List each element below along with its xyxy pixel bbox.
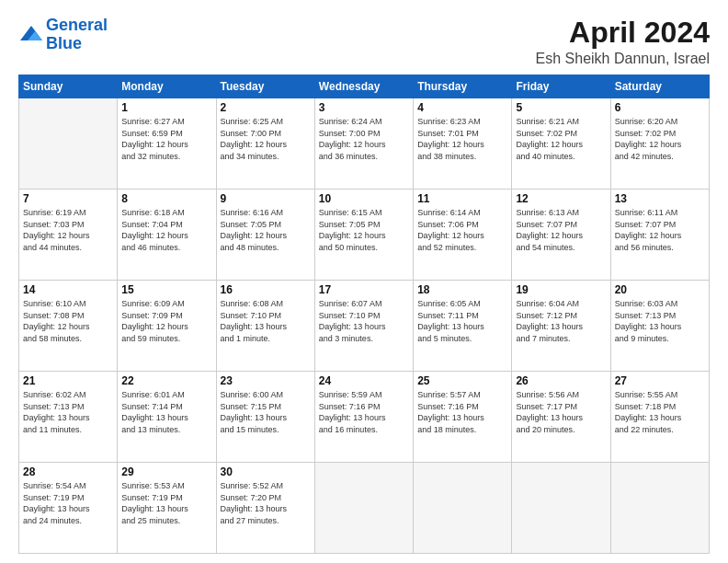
calendar-cell: 8Sunrise: 6:18 AM Sunset: 7:04 PM Daylig… xyxy=(118,190,216,281)
day-number: 11 xyxy=(417,192,507,205)
day-number: 24 xyxy=(319,374,409,387)
calendar-cell: 21Sunrise: 6:02 AM Sunset: 7:13 PM Dayli… xyxy=(19,372,118,463)
calendar-cell: 22Sunrise: 6:01 AM Sunset: 7:14 PM Dayli… xyxy=(118,372,216,463)
day-number: 23 xyxy=(221,374,311,387)
day-number: 15 xyxy=(121,283,211,296)
day-info: Sunrise: 6:00 AM Sunset: 7:15 PM Dayligh… xyxy=(221,389,311,435)
calendar-cell xyxy=(314,463,413,554)
day-info: Sunrise: 6:11 AM Sunset: 7:07 PM Dayligh… xyxy=(615,207,705,253)
page: General Blue April 2024 Esh Sheikh Dannu… xyxy=(0,0,728,563)
day-number: 19 xyxy=(516,283,606,296)
day-info: Sunrise: 6:25 AM Sunset: 7:00 PM Dayligh… xyxy=(221,116,311,162)
day-number: 6 xyxy=(615,101,705,114)
day-info: Sunrise: 6:13 AM Sunset: 7:07 PM Dayligh… xyxy=(516,207,606,253)
day-number: 17 xyxy=(319,283,409,296)
calendar-cell: 6Sunrise: 6:20 AM Sunset: 7:02 PM Daylig… xyxy=(610,98,709,190)
day-number: 30 xyxy=(221,465,311,478)
day-info: Sunrise: 6:01 AM Sunset: 7:14 PM Dayligh… xyxy=(121,389,211,435)
calendar-cell: 27Sunrise: 5:55 AM Sunset: 7:18 PM Dayli… xyxy=(610,372,709,463)
col-header-saturday: Saturday xyxy=(610,75,709,98)
calendar-cell xyxy=(19,98,118,190)
calendar-week-3: 21Sunrise: 6:02 AM Sunset: 7:13 PM Dayli… xyxy=(19,372,710,463)
day-number: 5 xyxy=(516,101,606,114)
calendar-week-1: 7Sunrise: 6:19 AM Sunset: 7:03 PM Daylig… xyxy=(19,190,710,281)
day-info: Sunrise: 5:55 AM Sunset: 7:18 PM Dayligh… xyxy=(615,389,705,435)
calendar-cell: 24Sunrise: 5:59 AM Sunset: 7:16 PM Dayli… xyxy=(314,372,413,463)
day-number: 16 xyxy=(221,283,311,296)
day-number: 10 xyxy=(319,192,409,205)
calendar-cell: 13Sunrise: 6:11 AM Sunset: 7:07 PM Dayli… xyxy=(610,190,709,281)
day-info: Sunrise: 5:53 AM Sunset: 7:19 PM Dayligh… xyxy=(121,480,211,526)
day-number: 13 xyxy=(615,192,705,205)
header: General Blue April 2024 Esh Sheikh Dannu… xyxy=(18,17,710,67)
day-number: 22 xyxy=(121,374,211,387)
calendar-cell: 2Sunrise: 6:25 AM Sunset: 7:00 PM Daylig… xyxy=(216,98,314,190)
logo-text: General Blue xyxy=(46,17,108,53)
day-info: Sunrise: 6:03 AM Sunset: 7:13 PM Dayligh… xyxy=(615,298,705,344)
calendar-cell: 23Sunrise: 6:00 AM Sunset: 7:15 PM Dayli… xyxy=(216,372,314,463)
day-info: Sunrise: 6:20 AM Sunset: 7:02 PM Dayligh… xyxy=(615,116,705,162)
day-number: 4 xyxy=(417,101,507,114)
month-title: April 2024 xyxy=(536,17,710,49)
day-number: 29 xyxy=(121,465,211,478)
calendar-cell: 14Sunrise: 6:10 AM Sunset: 7:08 PM Dayli… xyxy=(19,281,118,372)
calendar-cell: 16Sunrise: 6:08 AM Sunset: 7:10 PM Dayli… xyxy=(216,281,314,372)
calendar-cell: 7Sunrise: 6:19 AM Sunset: 7:03 PM Daylig… xyxy=(19,190,118,281)
calendar-cell xyxy=(512,463,610,554)
logo-icon xyxy=(18,22,44,48)
day-info: Sunrise: 6:02 AM Sunset: 7:13 PM Dayligh… xyxy=(23,389,113,435)
day-info: Sunrise: 6:14 AM Sunset: 7:06 PM Dayligh… xyxy=(417,207,507,253)
calendar-cell: 19Sunrise: 6:04 AM Sunset: 7:12 PM Dayli… xyxy=(512,281,610,372)
calendar-cell: 17Sunrise: 6:07 AM Sunset: 7:10 PM Dayli… xyxy=(314,281,413,372)
day-info: Sunrise: 6:24 AM Sunset: 7:00 PM Dayligh… xyxy=(319,116,409,162)
day-number: 18 xyxy=(417,283,507,296)
calendar-table: SundayMondayTuesdayWednesdayThursdayFrid… xyxy=(18,75,710,554)
day-info: Sunrise: 6:21 AM Sunset: 7:02 PM Dayligh… xyxy=(516,116,606,162)
calendar-cell: 10Sunrise: 6:15 AM Sunset: 7:05 PM Dayli… xyxy=(314,190,413,281)
logo-general: General xyxy=(46,16,108,34)
calendar-cell: 30Sunrise: 5:52 AM Sunset: 7:20 PM Dayli… xyxy=(216,463,314,554)
day-number: 7 xyxy=(23,192,113,205)
day-info: Sunrise: 6:05 AM Sunset: 7:11 PM Dayligh… xyxy=(417,298,507,344)
calendar-cell: 11Sunrise: 6:14 AM Sunset: 7:06 PM Dayli… xyxy=(414,190,512,281)
day-number: 27 xyxy=(615,374,705,387)
day-number: 8 xyxy=(121,192,211,205)
day-number: 12 xyxy=(516,192,606,205)
calendar-cell: 15Sunrise: 6:09 AM Sunset: 7:09 PM Dayli… xyxy=(118,281,216,372)
day-info: Sunrise: 5:59 AM Sunset: 7:16 PM Dayligh… xyxy=(319,389,409,435)
calendar-cell: 29Sunrise: 5:53 AM Sunset: 7:19 PM Dayli… xyxy=(118,463,216,554)
day-info: Sunrise: 6:07 AM Sunset: 7:10 PM Dayligh… xyxy=(319,298,409,344)
calendar-cell: 18Sunrise: 6:05 AM Sunset: 7:11 PM Dayli… xyxy=(414,281,512,372)
calendar-cell: 26Sunrise: 5:56 AM Sunset: 7:17 PM Dayli… xyxy=(512,372,610,463)
calendar-cell: 5Sunrise: 6:21 AM Sunset: 7:02 PM Daylig… xyxy=(512,98,610,190)
day-number: 1 xyxy=(121,101,211,114)
location-title: Esh Sheikh Dannun, Israel xyxy=(536,51,710,67)
day-info: Sunrise: 6:15 AM Sunset: 7:05 PM Dayligh… xyxy=(319,207,409,253)
col-header-friday: Friday xyxy=(512,75,610,98)
calendar-cell: 20Sunrise: 6:03 AM Sunset: 7:13 PM Dayli… xyxy=(610,281,709,372)
day-number: 21 xyxy=(23,374,113,387)
day-info: Sunrise: 6:18 AM Sunset: 7:04 PM Dayligh… xyxy=(121,207,211,253)
calendar-cell: 4Sunrise: 6:23 AM Sunset: 7:01 PM Daylig… xyxy=(414,98,512,190)
day-info: Sunrise: 6:19 AM Sunset: 7:03 PM Dayligh… xyxy=(23,207,113,253)
col-header-sunday: Sunday xyxy=(19,75,118,98)
title-block: April 2024 Esh Sheikh Dannun, Israel xyxy=(536,17,710,67)
calendar-week-4: 28Sunrise: 5:54 AM Sunset: 7:19 PM Dayli… xyxy=(19,463,710,554)
logo: General Blue xyxy=(18,17,108,53)
calendar-week-2: 14Sunrise: 6:10 AM Sunset: 7:08 PM Dayli… xyxy=(19,281,710,372)
day-info: Sunrise: 5:52 AM Sunset: 7:20 PM Dayligh… xyxy=(221,480,311,526)
day-info: Sunrise: 6:10 AM Sunset: 7:08 PM Dayligh… xyxy=(23,298,113,344)
calendar-cell: 9Sunrise: 6:16 AM Sunset: 7:05 PM Daylig… xyxy=(216,190,314,281)
calendar-cell: 12Sunrise: 6:13 AM Sunset: 7:07 PM Dayli… xyxy=(512,190,610,281)
col-header-tuesday: Tuesday xyxy=(216,75,314,98)
day-info: Sunrise: 6:04 AM Sunset: 7:12 PM Dayligh… xyxy=(516,298,606,344)
logo-blue: Blue xyxy=(46,34,82,52)
calendar-cell: 28Sunrise: 5:54 AM Sunset: 7:19 PM Dayli… xyxy=(19,463,118,554)
day-number: 14 xyxy=(23,283,113,296)
calendar-cell: 1Sunrise: 6:27 AM Sunset: 6:59 PM Daylig… xyxy=(118,98,216,190)
calendar-cell xyxy=(610,463,709,554)
day-number: 25 xyxy=(417,374,507,387)
calendar-cell: 25Sunrise: 5:57 AM Sunset: 7:16 PM Dayli… xyxy=(414,372,512,463)
day-number: 3 xyxy=(319,101,409,114)
col-header-thursday: Thursday xyxy=(414,75,512,98)
